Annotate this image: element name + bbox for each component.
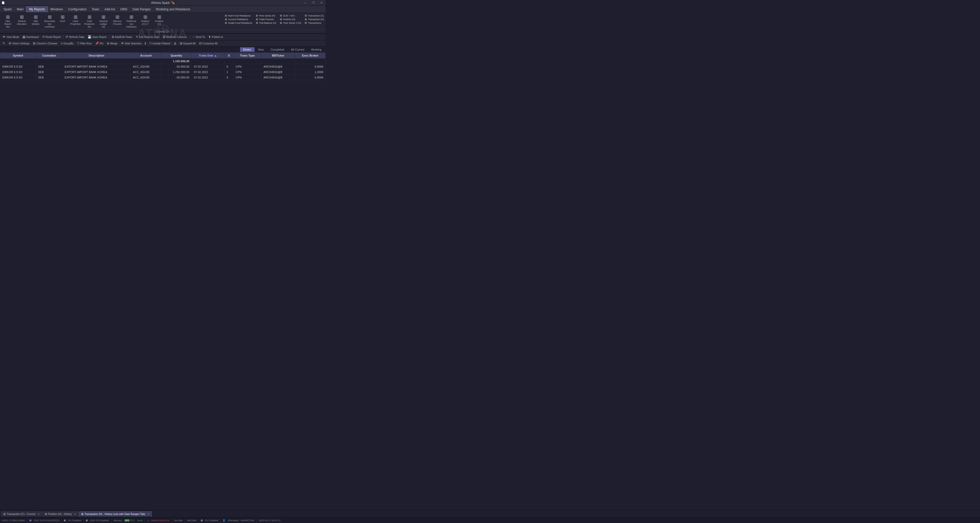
toolbar3-btn-compress-all[interactable]: ⊟Compress All	[197, 41, 219, 46]
menu-item-modeling-and-rebalance[interactable]: Modeling and Rebalance	[153, 7, 193, 12]
blotter-tab-blotter[interactable]: Blotter	[240, 47, 255, 52]
blotter-tab-all-current[interactable]: All Current	[288, 47, 307, 52]
menu-item-configuration[interactable]: Configuration	[65, 7, 89, 12]
table-header-account[interactable]: Account	[131, 53, 161, 59]
toolbar3-btn-info[interactable]: ℹ	[143, 41, 148, 46]
ribbon-btn-general-ledger-h[interactable]: ⊞General Ledger (H)	[97, 14, 110, 29]
toolbar2-btn-publish-to[interactable]: ⬆Publish to	[207, 34, 224, 40]
ribbon-right-item-transaction-h-[interactable]: ⊞ Transaction (H)	[304, 17, 325, 21]
table-row[interactable]: EIBKOR 6.9 02/SEBEXPORT-IMPORT BANK KORE…	[0, 75, 326, 80]
ribbon-btn-mar[interactable]: ⊞MAR	[57, 14, 68, 29]
ribbon-btn-reconciliation-asofdate[interactable]: ⊞Reconciliation AsOfDate	[43, 14, 56, 29]
window-controls: — ❐ ✕	[301, 0, 326, 6]
table-header-description[interactable]: Description	[62, 53, 130, 59]
ribbon-right-icon: ⊞	[225, 21, 227, 24]
blotter-tab-completed[interactable]: Completed	[267, 47, 287, 52]
toolbar3-icon-pin: 📌	[95, 41, 99, 45]
cell-trade-date: 07.02.2022	[191, 75, 224, 80]
ribbon-btn-icon-reconciliation-asofdate: ⊞	[48, 15, 52, 19]
toolbar3-btn-views-settings[interactable]: ⚙View's Settings	[7, 41, 31, 46]
toolbar2-btn-dashboard[interactable]: ▦Dashboard	[21, 34, 40, 40]
titlebar: 📄 Athena Spark 🪶 — ❐ ✕	[0, 0, 326, 6]
ribbon-btn-new-report-set[interactable]: ⊞New Report Set	[1, 14, 14, 29]
toolbar3-btn-include-filtered[interactable]: ▽Include Filtered	[148, 41, 172, 46]
toolbar2-btn-view-mode[interactable]: 👁View Mode	[1, 34, 21, 40]
toolbar3-btn-expand-all[interactable]: ⊞Expand All	[178, 41, 197, 46]
ribbon-btn-cash-projection[interactable]: ⊞Cash Projection	[69, 14, 82, 29]
ribbon-right-item-trade-preview[interactable]: ⊞ Trade Preview	[255, 17, 277, 21]
ribbon-right-item-single-fund-rebalance[interactable]: ⊞ Single Fund Rebalance	[224, 21, 253, 25]
ribbon-btn-label-new-report-set: New Report Set	[2, 20, 13, 28]
blotter-tab-working[interactable]: Working	[308, 47, 325, 52]
menu-item-spark[interactable]: Spark	[1, 7, 14, 12]
cell-account: ACC_KEH35	[131, 75, 161, 80]
table-row[interactable]: EIBKOR 6.9 02/SEBEXPORT-IMPORT BANK KORE…	[0, 64, 326, 70]
ribbon-btn-position-c-lt[interactable]: ⊞Position (C) LT	[138, 14, 152, 29]
ribbon-right-item-account-rebalance[interactable]: ⊞ Account Rebalance	[224, 17, 253, 21]
toolbar2-btn-save-report[interactable]: 💾Save Report	[86, 34, 108, 40]
table-header-custodian[interactable]: Custodian	[36, 53, 62, 59]
ribbon-btn-icon-position-c-lt: ⊞	[143, 15, 147, 19]
toolbar3-btn-groupby[interactable]: ≡GroupBy	[59, 41, 75, 46]
toolbar2-btn-refresh-data[interactable]: ⟳Refresh Data	[64, 34, 86, 40]
toolbar3-btn-merge[interactable]: ⊕Merge	[105, 41, 119, 46]
ribbon-right-item-time-series-h-[interactable]: ⊞ Time Series (H)	[255, 14, 277, 17]
ribbon-right-label: Time Series 2 (H)	[283, 22, 301, 24]
ribbon-right-item-multi-fund-rebalance[interactable]: ⊞ Multi Fund Rebalance	[224, 14, 253, 17]
ribbon-btn-icon-edit-models: ⊞	[34, 15, 38, 19]
toolbar2-btn-send-to[interactable]: →Send To	[190, 34, 207, 40]
restore-button[interactable]: ❐	[309, 0, 317, 6]
close-button[interactable]: ✕	[317, 0, 326, 6]
ribbon-right-item-scm---nav[interactable]: ⊞ SCM - NAV	[279, 14, 302, 17]
table-header-bbticker[interactable]: BBTicker	[261, 53, 295, 59]
table-row[interactable]: EIBKOR 6.9 02/SEBEXPORT-IMPORT BANK KORE…	[0, 70, 326, 75]
table-header-quantity[interactable]: Quantity	[161, 53, 192, 59]
ribbon-btn-mercury-process[interactable]: ⊞Mercury Process	[111, 14, 124, 29]
menu-item-main[interactable]: Main	[14, 7, 26, 12]
ribbon-btn-label-mercury-process: Mercury Process	[112, 20, 123, 25]
ribbon-btn-cash-projection-h[interactable]: ⊞Cash Projection (H)	[83, 14, 96, 29]
ribbon-right-icon: ⊞	[256, 14, 258, 17]
table-header-symbol[interactable]: Symbol	[0, 53, 36, 59]
ribbon-right-label: Transactions	[308, 22, 321, 24]
ribbon-right-section-3: ⊞ Transaction (C)⊞ Transaction (H)⊞ Tran…	[304, 14, 325, 25]
menu-item-team[interactable]: Team	[89, 7, 102, 12]
toolbar2-btn-add-edit-views[interactable]: ⊞Add/Edit Views	[110, 34, 134, 40]
ribbon-right-item-transaction-c-[interactable]: ⊞ Transaction (C)	[304, 14, 325, 17]
ribbon-right-icon: ⊞	[280, 18, 282, 21]
toolbar3-btn-columns-chooser[interactable]: ⊞Column's Chooser	[31, 41, 59, 46]
ribbon-btn-tactical-allocation[interactable]: ⊞Tactical Allocation	[15, 14, 29, 29]
ribbon-btn-position-c[interactable]: ⊞Position (C)	[153, 14, 166, 29]
table-container[interactable]: SymbolCustodianDescriptionAccountQuantit…	[0, 52, 326, 80]
menu-item-windows[interactable]: Windows	[48, 7, 66, 12]
ribbon-btn-edit-models[interactable]: ⊞Edit Models	[29, 14, 42, 29]
table-header-s[interactable]: S	[224, 53, 233, 59]
table-header-exec-broker[interactable]: Exec Broker	[295, 53, 326, 59]
toolbar3-btn-filter-row[interactable]: ▽Filter Row	[75, 41, 93, 46]
table-header-trans-type[interactable]: Trans Type	[233, 53, 261, 59]
menu-item-add-ins[interactable]: Add-Ins	[102, 7, 118, 12]
toolbar3-label-filter-row: Filter Row	[80, 42, 92, 45]
cell-bbticker: ARO34816@B	[261, 70, 295, 75]
toolbar3-btn-pin[interactable]: 📌Pin	[94, 41, 105, 46]
menu-item-oms[interactable]: OMS	[118, 7, 130, 12]
ribbon-right-item-transactions[interactable]: ⊞ Transactions	[304, 21, 325, 25]
ribbon-right-section-1: ⊞ Time Series (H)⊞ Trade Preview⊞ Trial …	[255, 14, 277, 25]
table-header-trade-date[interactable]: Trade Date ▲	[191, 53, 224, 59]
minimize-button[interactable]: —	[301, 0, 309, 6]
ribbon-right-item-position-h-[interactable]: ⊞ Position (H)	[279, 17, 302, 21]
ribbon-right-item-time-series-2-h-[interactable]: ⊞ Time Series 2 (H)	[279, 21, 302, 25]
menu-item-date-ranges[interactable]: Date Ranges	[130, 7, 153, 12]
ribbon-right-item-trial-balance-h-[interactable]: ⊞ Trial Balance (H)	[255, 21, 277, 25]
toolbar3-btn-draw[interactable]: ✎	[1, 41, 7, 46]
toolbar2-btn-reset-report[interactable]: ↺Reset Report	[41, 34, 62, 40]
ribbon-right-label: Time Series (H)	[259, 14, 275, 17]
ribbon-btn-performance-attribution[interactable]: ⊞Performance Attribution	[124, 14, 138, 29]
toolbar3-btn-print[interactable]: 🖨	[172, 41, 178, 46]
toolbar2-btn-add-edit-columns[interactable]: ⊞Add/Edit Columns	[161, 34, 188, 40]
toolbar2-btn-edit-reports-data[interactable]: ✎Edit Reports Data	[134, 34, 161, 40]
toolbar3-label-expand-all: Expand All	[183, 42, 196, 45]
toolbar3-btn-hide-selection[interactable]: 👁Hide Selection	[119, 41, 143, 46]
blotter-tab-new[interactable]: New	[255, 47, 267, 52]
menu-item-my-reports[interactable]: My Reports	[26, 6, 48, 12]
